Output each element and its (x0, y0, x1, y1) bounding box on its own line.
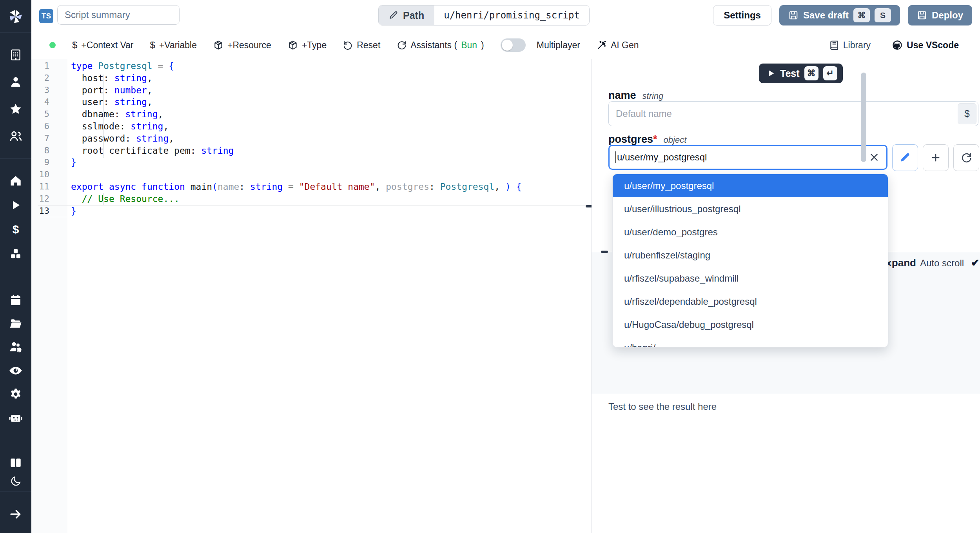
sidebar-item-user[interactable] (0, 71, 31, 93)
add-resource-button[interactable] (923, 144, 949, 171)
sidebar-item-workspace[interactable] (0, 44, 31, 66)
plus-icon (930, 152, 941, 163)
github-icon (892, 40, 903, 51)
line-number: 9 (31, 156, 49, 169)
save-draft-button[interactable]: Save draft ⌘ S (779, 5, 900, 25)
add-context-var-button[interactable]: $ +Context Var (72, 40, 134, 51)
play-icon (10, 199, 22, 211)
kbd-cmd: ⌘ (804, 66, 818, 80)
dollar-icon: $ (13, 223, 19, 236)
code-line[interactable]: 5 dbname: string, (31, 108, 591, 120)
code-line[interactable]: 10 (31, 169, 591, 181)
dollar-icon: $ (150, 40, 155, 51)
dropdown-item[interactable]: u/user/illustrious_postgresql (613, 197, 888, 220)
name-input[interactable]: Default name $ (608, 101, 978, 126)
x-icon (869, 152, 879, 162)
edit-resource-button[interactable] (892, 144, 918, 171)
windmill-logo-icon (7, 7, 25, 25)
sidebar-item-expand[interactable] (0, 503, 31, 525)
add-variable-button[interactable]: $ +Variable (150, 40, 197, 51)
dropdown-item[interactable]: u/user/demo_postgres (613, 220, 888, 244)
sidebar-item-folders[interactable] (0, 313, 31, 335)
sidebar-item-groups[interactable] (0, 125, 31, 147)
refresh-resources-button[interactable] (953, 144, 979, 171)
code-line[interactable]: 3 port: number, (31, 84, 591, 96)
code-line[interactable]: 9} (31, 156, 591, 169)
code-line[interactable]: 13} (31, 205, 591, 217)
dropdown-item[interactable]: u/rfiszel/supabase_windmill (613, 267, 888, 290)
postgres-value: u/user/my_postgresql (617, 152, 707, 163)
topbar: TS Script summary Path u/henri/promising… (31, 0, 980, 32)
auto-scroll-label[interactable]: Auto scroll (920, 258, 964, 269)
sidebar-item-settings[interactable] (0, 383, 31, 405)
sidebar-item-resources[interactable] (0, 243, 31, 265)
multiplayer-toggle[interactable] (501, 38, 526, 52)
insert-variable-button[interactable]: $ (958, 103, 976, 124)
postgres-resource-input[interactable]: u/user/my_postgresql (608, 145, 887, 170)
settings-button[interactable]: Settings (713, 5, 771, 25)
clear-input-button[interactable] (869, 146, 879, 169)
line-number: 8 (31, 145, 49, 157)
dollar-icon: $ (72, 40, 77, 51)
sidebar-item-workers[interactable] (0, 336, 31, 358)
language-badge-typescript: TS (39, 9, 53, 23)
name-field-label: name string (608, 89, 663, 102)
sidebar-item-ai[interactable] (0, 407, 31, 429)
deploy-button[interactable]: Deploy (908, 5, 972, 25)
path-edit-button[interactable]: Path (379, 5, 434, 25)
sidebar-item-audit-logs[interactable] (0, 360, 31, 382)
use-vscode-button[interactable]: Use VScode (892, 40, 959, 51)
code-line[interactable]: 8 root_certificate_pem: string (31, 145, 591, 157)
sidebar-logo[interactable] (0, 0, 31, 33)
path-value[interactable]: u/henri/promising_script (434, 5, 589, 25)
sidebar-item-home[interactable] (0, 170, 31, 192)
pencil-icon (389, 11, 398, 20)
line-number: 7 (31, 133, 49, 145)
code-line[interactable]: 11export async function main(name: strin… (31, 181, 591, 193)
dropdown-item[interactable]: u/rubenfiszel/staging (613, 244, 888, 267)
test-button[interactable]: Test ⌘ ↵ (759, 64, 843, 83)
multiplayer-label[interactable]: Multiplayer (537, 40, 580, 51)
wand-icon (597, 40, 607, 50)
library-button[interactable]: Library (829, 40, 871, 51)
sidebar-item-runs[interactable] (0, 194, 31, 216)
add-resource-button[interactable]: +Resource (213, 40, 271, 51)
test-panel: Test ⌘ ↵ name string Default name $ post… (592, 59, 980, 533)
code-editor[interactable]: 1type Postgresql = {2 host: string,3 por… (31, 59, 591, 533)
path-widget[interactable]: Path u/henri/promising_script (378, 5, 590, 25)
dropdown-item[interactable]: u/henri/… (613, 336, 888, 347)
check-icon[interactable]: ✔ (971, 257, 980, 269)
code-line[interactable]: 2 host: string, (31, 72, 591, 84)
book-icon (829, 40, 839, 50)
add-type-button[interactable]: +Type (288, 40, 327, 51)
status-dot (49, 42, 56, 48)
dropdown-item[interactable]: u/rfiszel/dependable_postgresql (613, 290, 888, 313)
line-number: 1 (31, 60, 49, 72)
kbd-enter: ↵ (823, 66, 837, 80)
assistants-button[interactable]: Assistants (Bun) (397, 40, 484, 51)
rotate-cw-icon (961, 152, 972, 163)
sidebar-item-favorites[interactable] (0, 98, 31, 120)
dropdown-item[interactable]: u/HugoCasa/debug_postgresql (613, 313, 888, 336)
calendar-icon (9, 294, 22, 306)
sidebar-item-variables[interactable]: $ (0, 218, 31, 240)
package-icon (213, 40, 223, 50)
folder-open-icon (9, 317, 22, 330)
dropdown-scrollbar[interactable] (861, 73, 866, 162)
code-line[interactable]: 12 // Use Resource... (31, 193, 591, 205)
reset-button[interactable]: Reset (343, 40, 380, 51)
code-line[interactable]: 6 sslmode: string, (31, 120, 591, 133)
dropdown-item[interactable]: u/user/my_postgresql (613, 174, 888, 197)
toggle-knob (502, 40, 513, 51)
code-line[interactable]: 7 password: string, (31, 133, 591, 145)
sidebar: $ (0, 0, 31, 533)
ai-gen-button[interactable]: AI Gen (597, 40, 639, 51)
sidebar-item-schedules[interactable] (0, 289, 31, 311)
result-empty-text: Test to see the result here (608, 401, 717, 412)
moon-icon (10, 475, 22, 487)
script-summary-input[interactable]: Script summary (57, 5, 180, 25)
play-icon (767, 69, 775, 78)
code-line[interactable]: 4 user: string, (31, 96, 591, 108)
code-line[interactable]: 1type Postgresql = { (31, 60, 591, 72)
sidebar-item-dark-mode[interactable] (0, 470, 31, 492)
